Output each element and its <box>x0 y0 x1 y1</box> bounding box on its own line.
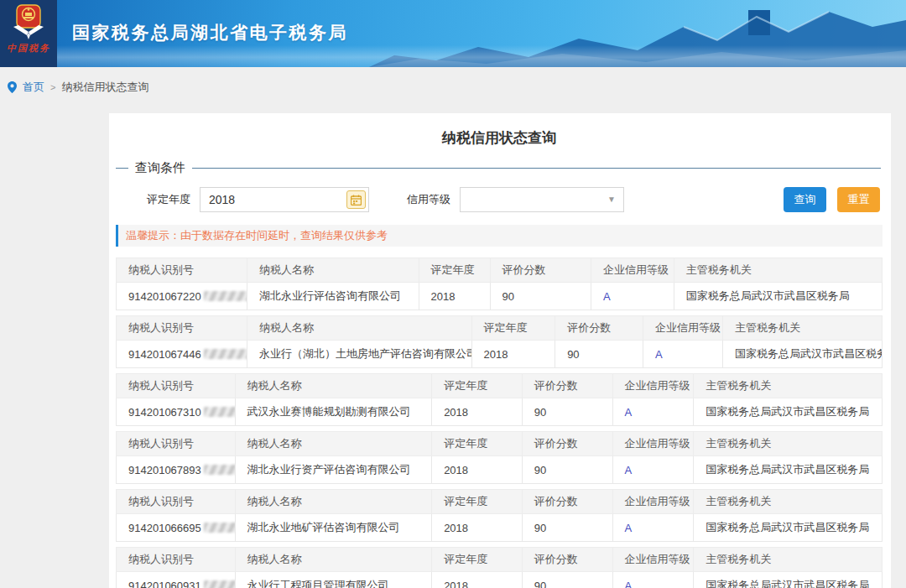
cell-credit-level: A <box>591 283 674 310</box>
result-table: 纳税人识别号 纳税人名称 评定年度 评价分数 企业信用等级 主管税务机关 914… <box>116 373 883 426</box>
content-card: 纳税信用状态查询 查询条件 评定年度 信用等级 <box>109 113 891 588</box>
col-header-year: 评定年度 <box>432 432 523 456</box>
section-rule <box>192 168 881 169</box>
logo-caption: 中国税务 <box>7 42 50 55</box>
cell-authority: 国家税务总局武汉市武昌区税务局 <box>674 283 882 310</box>
form-buttons: 查询 重置 <box>784 187 883 212</box>
masked-id-blur <box>204 580 235 588</box>
cell-taxpayer-name: 永业行（湖北）土地房地产评估咨询有限公司 <box>247 341 472 368</box>
col-header-authority: 主管税务机关 <box>694 432 883 456</box>
col-header-taxpayer-name: 纳税人名称 <box>235 548 432 572</box>
cell-authority: 国家税务总局武汉市武昌区税务局 <box>694 514 883 542</box>
masked-id-blur <box>204 407 235 417</box>
cell-credit-level: A <box>612 572 694 588</box>
credit-grade-link[interactable]: A <box>625 580 633 588</box>
col-header-score: 评价分数 <box>522 548 612 572</box>
cell-credit-level: A <box>643 341 723 368</box>
table-row: 914201067446 永业行（湖北）土地房地产评估咨询有限公司 2018 9… <box>117 341 883 368</box>
year-label: 评定年度 <box>116 192 200 207</box>
cell-score: 90 <box>522 398 612 426</box>
col-header-authority: 主管税务机关 <box>694 490 883 514</box>
col-header-authority: 主管税务机关 <box>694 374 883 398</box>
col-header-score: 评价分数 <box>490 258 591 283</box>
col-header-year: 评定年度 <box>432 548 523 572</box>
cell-taxpayer-name: 武汉永业赛博能规划勘测有限公司 <box>235 398 432 426</box>
col-header-year: 评定年度 <box>432 374 523 398</box>
table-header-row: 纳税人识别号 纳税人名称 评定年度 评价分数 企业信用等级 主管税务机关 <box>117 316 883 341</box>
credit-level-value <box>461 188 623 194</box>
breadcrumb-separator: > <box>50 82 55 92</box>
table-header-row: 纳税人识别号 纳税人名称 评定年度 评价分数 企业信用等级 主管税务机关 <box>117 548 883 572</box>
cell-year: 2018 <box>432 398 523 426</box>
location-pin-icon <box>8 81 17 93</box>
col-header-year: 评定年度 <box>471 316 555 341</box>
col-header-taxpayer-name: 纳税人名称 <box>235 490 432 514</box>
cell-taxpayer-id: 914201067310 <box>117 398 236 426</box>
credit-level-select[interactable]: ▼ <box>460 187 624 212</box>
col-header-authority: 主管税务机关 <box>723 316 883 341</box>
col-header-credit-level: 企业信用等级 <box>612 432 694 456</box>
col-header-taxpayer-id: 纳税人识别号 <box>117 374 236 398</box>
app-header: 中国税务 国家税务总局湖北省电子税务局 <box>0 0 906 67</box>
result-table: 纳税人识别号 纳税人名称 评定年度 评价分数 企业信用等级 主管税务机关 914… <box>116 547 883 588</box>
credit-grade-link[interactable]: A <box>625 464 633 476</box>
breadcrumb: 首页 > 纳税信用状态查询 <box>0 74 906 101</box>
result-table: 纳税人识别号 纳税人名称 评定年度 评价分数 企业信用等级 主管税务机关 914… <box>116 258 883 310</box>
col-header-score: 评价分数 <box>522 432 612 456</box>
year-input[interactable] <box>200 189 341 211</box>
cell-year: 2018 <box>432 514 523 542</box>
table-header-row: 纳税人识别号 纳税人名称 评定年度 评价分数 企业信用等级 主管税务机关 <box>117 258 883 283</box>
query-form: 评定年度 信用等级 ▼ 查询 重置 <box>116 186 883 213</box>
masked-id-blur <box>204 291 247 301</box>
cell-year: 2018 <box>432 456 523 484</box>
table-row: 914201067220 湖北永业行评估咨询有限公司 2018 90 A 国家税… <box>117 283 883 310</box>
col-header-score: 评价分数 <box>555 316 643 341</box>
site-title: 国家税务总局湖北省电子税务局 <box>72 21 348 44</box>
breadcrumb-home-link[interactable]: 首页 <box>23 80 44 95</box>
cell-taxpayer-id: 914201067220 <box>117 283 247 310</box>
col-header-year: 评定年度 <box>432 490 523 514</box>
table-row: 914201067310 武汉永业赛博能规划勘测有限公司 2018 90 A 国… <box>117 398 883 426</box>
col-header-taxpayer-id: 纳税人识别号 <box>117 258 247 283</box>
credit-grade-link[interactable]: A <box>625 522 633 534</box>
col-header-year: 评定年度 <box>419 258 490 283</box>
cell-taxpayer-id: 914201067446 <box>117 341 247 368</box>
masked-id-blur <box>204 523 235 533</box>
reset-button[interactable]: 重置 <box>837 187 880 212</box>
notice-bar: 温馨提示：由于数据存在时间延时，查询结果仅供参考 <box>116 225 883 247</box>
col-header-authority: 主管税务机关 <box>674 258 882 283</box>
cell-taxpayer-id: 914201066695 <box>117 514 236 542</box>
cell-credit-level: A <box>612 398 694 426</box>
col-header-credit-level: 企业信用等级 <box>612 548 694 572</box>
section-label: 查询条件 <box>135 160 185 176</box>
credit-grade-link[interactable]: A <box>603 290 611 303</box>
chevron-down-icon: ▼ <box>607 195 616 204</box>
cell-credit-level: A <box>612 514 694 542</box>
table-header-row: 纳税人识别号 纳税人名称 评定年度 评价分数 企业信用等级 主管税务机关 <box>117 374 883 398</box>
cell-authority: 国家税务总局武汉市武昌区税务局 <box>694 398 883 426</box>
tax-bureau-logo: 中国税务 <box>0 0 57 67</box>
credit-grade-link[interactable]: A <box>625 406 633 419</box>
cell-taxpayer-name: 永业行工程项目管理有限公司 <box>235 572 432 588</box>
cell-score: 90 <box>522 572 612 588</box>
search-button[interactable]: 查询 <box>784 187 826 212</box>
result-table: 纳税人识别号 纳税人名称 评定年度 评价分数 企业信用等级 主管税务机关 914… <box>116 315 883 368</box>
query-section-header: 查询条件 <box>116 160 881 176</box>
credit-level-label: 信用等级 <box>369 192 460 207</box>
calendar-icon[interactable] <box>346 190 366 209</box>
notice-text: 温馨提示：由于数据存在时间延时，查询结果仅供参考 <box>126 228 388 243</box>
cell-score: 90 <box>490 283 591 310</box>
cell-year: 2018 <box>432 572 523 588</box>
cell-taxpayer-name: 湖北永业行资产评估咨询有限公司 <box>235 456 432 484</box>
table-header-row: 纳税人识别号 纳税人名称 评定年度 评价分数 企业信用等级 主管税务机关 <box>117 490 883 514</box>
col-header-taxpayer-id: 纳税人识别号 <box>117 316 247 341</box>
cell-authority: 国家税务总局武汉市武昌区税务局 <box>694 456 883 484</box>
masked-id-blur <box>204 465 235 475</box>
cell-authority: 国家税务总局武汉市武昌区税务局 <box>694 572 883 588</box>
credit-grade-link[interactable]: A <box>655 348 663 361</box>
national-emblem-icon <box>9 4 48 41</box>
col-header-taxpayer-name: 纳税人名称 <box>247 258 419 283</box>
result-table: 纳税人识别号 纳税人名称 评定年度 评价分数 企业信用等级 主管税务机关 914… <box>116 489 883 542</box>
table-row: 914201066695 湖北永业地矿评估咨询有限公司 2018 90 A 国家… <box>117 514 883 542</box>
table-row: 914201060931 永业行工程项目管理有限公司 2018 90 A 国家税… <box>117 572 883 588</box>
